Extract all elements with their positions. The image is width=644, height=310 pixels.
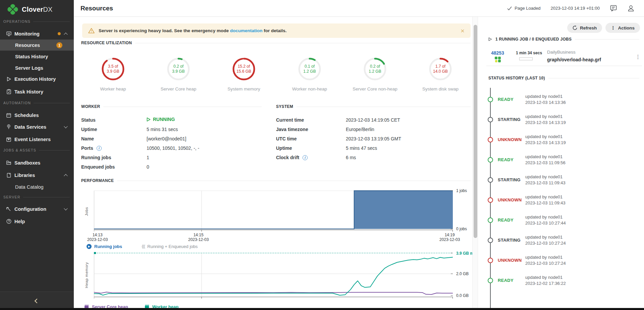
system-utc-time-label: UTC time bbox=[276, 136, 297, 141]
sidebar-item-data-services[interactable]: Data Services bbox=[0, 121, 74, 132]
page-loaded-status: Page Loaded bbox=[507, 6, 540, 11]
jobs-chart-ylabel: Jobs bbox=[85, 195, 89, 228]
resources-badge: 1 bbox=[56, 42, 62, 48]
sidebar-item-label: Help bbox=[14, 219, 25, 224]
chevron-up-icon[interactable] bbox=[64, 33, 67, 36]
status-dot-icon bbox=[488, 258, 493, 263]
sidebar-item-label: Execution History bbox=[14, 76, 56, 82]
job-duration: 1 min 34 secs bbox=[516, 51, 542, 55]
jobs-chart-legend: ▶Running jobs ⟨⟨⟨Running + Enqueued jobs bbox=[87, 244, 198, 249]
worker-name-value: [worker0@node01] bbox=[147, 136, 186, 141]
notification-dot bbox=[58, 32, 61, 35]
refresh-button[interactable]: Refresh bbox=[567, 23, 602, 33]
jobs-xtick-3: 14:192023-12-03 bbox=[439, 233, 460, 242]
sidebar-item-label: Event Listeners bbox=[14, 137, 51, 142]
chevron-down-icon[interactable] bbox=[64, 206, 67, 210]
enqueued-jobs-icon: ⟨⟨⟨ bbox=[142, 244, 145, 249]
sidebar-item-data-catalog[interactable]: Data Catalog bbox=[0, 181, 74, 192]
status-meta: updated by node012023-12-03 14:13:19 bbox=[525, 114, 566, 126]
status-history-item: READY updated by node012023-12-03 10:27:… bbox=[478, 214, 644, 226]
system-current-time-value: 2023-12-03 14:19:05 CET bbox=[346, 117, 400, 123]
sidebar-item-resources[interactable]: Resources 1 bbox=[0, 40, 74, 51]
warning-banner: Server is experiencing heavy load. See t… bbox=[82, 23, 471, 38]
status-label: UNKNOWN bbox=[498, 258, 522, 263]
top-bar: Resources Page Loaded 2023-12-03 14:19 +… bbox=[74, 0, 644, 17]
scrollbar-thumb[interactable] bbox=[474, 25, 477, 238]
worker-ports-value: 10500, 10501, 10502, -, - bbox=[147, 145, 199, 151]
job-kebab-icon[interactable]: ⋮ bbox=[635, 54, 641, 60]
wrench-icon bbox=[6, 206, 11, 212]
feedback-icon[interactable] bbox=[610, 5, 617, 12]
sidebar-item-event-listeners[interactable]: Event Listeners bbox=[0, 134, 74, 145]
status-dot-icon bbox=[488, 137, 493, 142]
job-id-link[interactable]: 48253 bbox=[491, 50, 504, 56]
worker-status-value: RUNNING bbox=[147, 117, 175, 122]
chevron-up-icon[interactable] bbox=[64, 174, 67, 178]
sidebar-item-status-history[interactable]: Status History bbox=[0, 51, 74, 62]
sidebar-item-libraries[interactable]: Libraries bbox=[0, 170, 74, 181]
status-history-item: UNKNOWN updated by node012023-12-03 11:0… bbox=[478, 194, 644, 206]
performance-section-header: PERFORMANCE bbox=[81, 178, 471, 183]
sidebar-item-sandboxes[interactable]: Sandboxes bbox=[0, 157, 74, 168]
sidebar-item-label: Sandboxes bbox=[14, 160, 40, 166]
system-clock-drift-value: 6 ms bbox=[346, 155, 356, 160]
legend-running-jobs[interactable]: ▶Running jobs bbox=[87, 244, 122, 249]
main-scrollbar[interactable] bbox=[472, 17, 478, 310]
sidebar-item-monitoring[interactable]: Monitoring bbox=[0, 28, 74, 39]
page-title: Resources bbox=[80, 5, 113, 12]
system-current-time-label: Current time bbox=[276, 117, 304, 123]
gauge-value: 3.5 of3.9 GB bbox=[101, 57, 125, 81]
status-label: UNKNOWN bbox=[498, 137, 522, 142]
sidebar-item-task-history[interactable]: Task History bbox=[0, 86, 74, 97]
status-label: STARTING bbox=[498, 177, 521, 182]
screen-bottom-strip bbox=[0, 308, 644, 310]
calendar-icon bbox=[6, 113, 11, 118]
sidebar: CloverDX OPERATIONS Monitoring Resources… bbox=[0, 0, 74, 310]
sidebar-item-execution-history[interactable]: Execution History bbox=[0, 73, 74, 84]
sidebar-item-server-logs[interactable]: Server Logs bbox=[0, 62, 74, 73]
folder-icon bbox=[6, 160, 11, 166]
section-operations: OPERATIONS bbox=[3, 19, 70, 24]
status-dot-icon bbox=[488, 197, 493, 203]
legend-enqueued-jobs[interactable]: ⟨⟨⟨Running + Enqueued jobs bbox=[142, 244, 198, 249]
sidebar-item-label: Configuration bbox=[14, 206, 46, 212]
worker-section-header: WORKER bbox=[81, 104, 262, 109]
worker-running-jobs-label: Running jobs bbox=[81, 155, 111, 160]
sidebar-collapse-button[interactable] bbox=[0, 292, 74, 310]
gauge-label: System memory bbox=[219, 86, 269, 91]
status-dot-icon bbox=[488, 117, 493, 122]
jobs-ymin-tick: 0 jobs bbox=[456, 227, 467, 231]
chevron-down-icon[interactable] bbox=[64, 124, 67, 128]
gauge-label: Server Core non-heap bbox=[350, 86, 400, 91]
documentation-link[interactable]: documentation bbox=[230, 28, 263, 33]
system-clock-drift-label: Clock drifti bbox=[276, 155, 308, 160]
app-logo[interactable]: CloverDX bbox=[7, 3, 53, 15]
status-history-header: STATUS HISTORY (LAST 10) bbox=[488, 76, 639, 80]
banner-close-icon[interactable]: × bbox=[461, 27, 465, 34]
jobs-xtick-2: 14:152023-12-03 bbox=[188, 233, 209, 242]
status-dot-icon bbox=[488, 278, 493, 283]
gauge-server-core-non-heap: 0.2 of1.2 GB Server Core non-heap bbox=[350, 57, 400, 91]
right-panel: Refresh ⋮ Actions 1 RUNNING JOB / 0 ENQU… bbox=[478, 17, 644, 310]
status-meta: updated by node012023-12-02 17:36:22 bbox=[525, 274, 566, 287]
ports-info-icon[interactable]: i bbox=[97, 146, 102, 151]
status-label: STARTING bbox=[498, 238, 521, 243]
gauge-value: 0.2 of3.9 GB bbox=[166, 57, 191, 81]
section-jobs-assets: JOBS & ASSETS bbox=[3, 148, 70, 152]
gauge-value: 0.2 of1.2 GB bbox=[363, 57, 387, 81]
gauge-value: 0.1 of1.2 GB bbox=[298, 57, 322, 81]
status-dot-icon bbox=[488, 97, 493, 102]
status-history-item: STARTING updated by node012023-12-03 14:… bbox=[478, 114, 644, 126]
clock-drift-info-icon[interactable]: i bbox=[303, 155, 308, 160]
sidebar-item-schedules[interactable]: Schedules bbox=[0, 110, 74, 121]
chevron-left-icon bbox=[35, 299, 39, 303]
status-history-item: UNKNOWN updated by node012023-12-03 14:1… bbox=[478, 134, 644, 146]
sidebar-item-help[interactable]: Help bbox=[0, 216, 74, 227]
sidebar-item-configuration[interactable]: Configuration bbox=[0, 203, 74, 214]
actions-button[interactable]: ⋮ Actions bbox=[605, 23, 640, 33]
status-history-item: READY updated by node012023-12-02 17:36:… bbox=[478, 274, 644, 287]
status-meta: updated by node012023-12-03 10:27:44 bbox=[525, 214, 566, 226]
user-account-icon[interactable] bbox=[627, 5, 635, 12]
sidebar-item-label: Schedules bbox=[14, 113, 39, 118]
status-text: Page Loaded bbox=[515, 6, 540, 11]
